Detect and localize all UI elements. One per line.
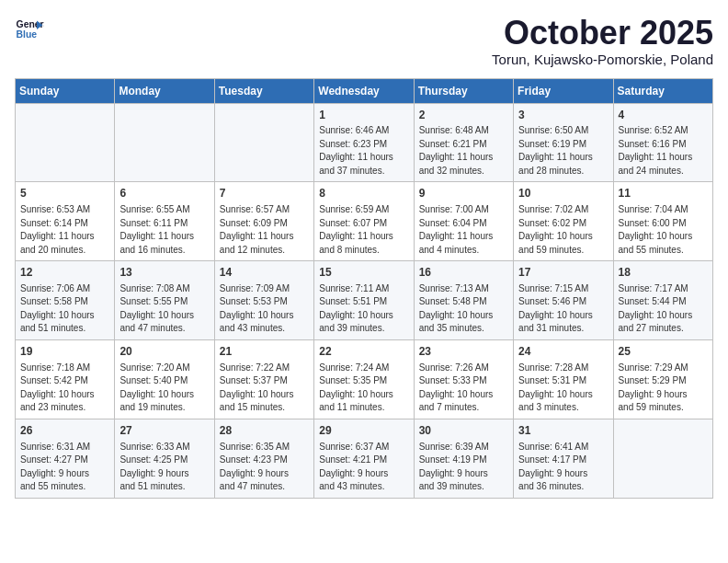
day-info: Sunrise: 7:09 AM Sunset: 5:53 PM Dayligh… [220,282,309,336]
day-number: 4 [619,108,708,123]
day-number: 9 [419,186,508,201]
day-number: 14 [220,265,309,281]
calendar-cell: 8Sunrise: 6:59 AM Sunset: 6:07 PM Daylig… [314,182,414,261]
day-number: 27 [119,423,209,439]
day-number: 21 [220,344,309,360]
day-number: 22 [319,344,408,360]
calendar-cell: 12Sunrise: 7:06 AM Sunset: 5:58 PM Dayli… [16,261,115,340]
calendar-cell: 13Sunrise: 7:08 AM Sunset: 5:55 PM Dayli… [115,261,214,340]
day-info: Sunrise: 6:31 AM Sunset: 4:27 PM Dayligh… [20,441,109,494]
day-info: Sunrise: 7:28 AM Sunset: 5:31 PM Dayligh… [518,362,608,415]
day-info: Sunrise: 6:39 AM Sunset: 4:19 PM Dayligh… [419,441,508,494]
day-number: 20 [119,344,209,360]
day-info: Sunrise: 7:02 AM Sunset: 6:02 PM Dayligh… [518,203,608,257]
day-number: 11 [619,186,708,201]
day-number: 24 [518,344,608,360]
calendar-cell [214,103,313,182]
day-info: Sunrise: 7:15 AM Sunset: 5:46 PM Dayligh… [518,282,608,336]
calendar-cell: 18Sunrise: 7:17 AM Sunset: 5:44 PM Dayli… [613,261,712,340]
calendar-cell: 25Sunrise: 7:29 AM Sunset: 5:29 PM Dayli… [613,339,712,419]
week-row-3: 12Sunrise: 7:06 AM Sunset: 5:58 PM Dayli… [16,261,713,340]
day-info: Sunrise: 7:00 AM Sunset: 6:04 PM Dayligh… [419,203,508,257]
day-info: Sunrise: 6:53 AM Sunset: 6:14 PM Dayligh… [20,203,109,257]
day-number: 19 [20,344,109,360]
day-info: Sunrise: 7:18 AM Sunset: 5:42 PM Dayligh… [20,362,109,415]
calendar-cell: 26Sunrise: 6:31 AM Sunset: 4:27 PM Dayli… [16,419,115,498]
calendar-table: SundayMondayTuesdayWednesdayThursdayFrid… [15,78,713,499]
day-number: 3 [518,108,608,123]
calendar-cell: 3Sunrise: 6:50 AM Sunset: 6:19 PM Daylig… [514,103,613,182]
day-number: 5 [20,186,109,201]
logo: General Blue [15,15,44,44]
calendar-cell: 30Sunrise: 6:39 AM Sunset: 4:19 PM Dayli… [414,419,513,498]
day-info: Sunrise: 7:22 AM Sunset: 5:37 PM Dayligh… [220,362,309,415]
day-info: Sunrise: 7:24 AM Sunset: 5:35 PM Dayligh… [319,362,408,415]
day-number: 16 [419,265,508,281]
day-info: Sunrise: 7:13 AM Sunset: 5:48 PM Dayligh… [419,282,508,336]
calendar-cell: 9Sunrise: 7:00 AM Sunset: 6:04 PM Daylig… [414,182,513,261]
calendar-cell: 21Sunrise: 7:22 AM Sunset: 5:37 PM Dayli… [214,339,313,419]
calendar-cell: 19Sunrise: 7:18 AM Sunset: 5:42 PM Dayli… [16,339,115,419]
calendar-cell: 1Sunrise: 6:46 AM Sunset: 6:23 PM Daylig… [314,103,414,182]
calendar-cell: 11Sunrise: 7:04 AM Sunset: 6:00 PM Dayli… [613,182,712,261]
calendar-cell: 17Sunrise: 7:15 AM Sunset: 5:46 PM Dayli… [514,261,613,340]
day-info: Sunrise: 6:52 AM Sunset: 6:16 PM Dayligh… [619,124,708,178]
day-info: Sunrise: 7:20 AM Sunset: 5:40 PM Dayligh… [119,362,209,415]
day-number: 23 [419,344,508,360]
day-number: 28 [220,423,309,439]
day-info: Sunrise: 7:06 AM Sunset: 5:58 PM Dayligh… [20,282,109,336]
day-info: Sunrise: 6:35 AM Sunset: 4:23 PM Dayligh… [220,441,309,494]
day-number: 29 [319,423,408,439]
day-number: 7 [220,186,309,201]
calendar-cell [613,419,712,498]
day-number: 13 [119,265,209,281]
day-number: 1 [319,108,408,123]
calendar-cell: 24Sunrise: 7:28 AM Sunset: 5:31 PM Dayli… [514,339,613,419]
day-info: Sunrise: 7:11 AM Sunset: 5:51 PM Dayligh… [319,282,408,336]
calendar-cell: 15Sunrise: 7:11 AM Sunset: 5:51 PM Dayli… [314,261,414,340]
calendar-cell: 20Sunrise: 7:20 AM Sunset: 5:40 PM Dayli… [115,339,214,419]
day-info: Sunrise: 6:48 AM Sunset: 6:21 PM Dayligh… [419,124,508,178]
location-title: Torun, Kujawsko-Pomorskie, Poland [492,52,713,67]
calendar-cell: 27Sunrise: 6:33 AM Sunset: 4:25 PM Dayli… [115,419,214,498]
day-info: Sunrise: 6:59 AM Sunset: 6:07 PM Dayligh… [319,203,408,257]
calendar-cell: 31Sunrise: 6:41 AM Sunset: 4:17 PM Dayli… [514,419,613,498]
day-number: 8 [319,186,408,201]
calendar-cell: 28Sunrise: 6:35 AM Sunset: 4:23 PM Dayli… [214,419,313,498]
day-info: Sunrise: 7:26 AM Sunset: 5:33 PM Dayligh… [419,362,508,415]
day-info: Sunrise: 6:41 AM Sunset: 4:17 PM Dayligh… [518,441,608,494]
calendar-cell: 23Sunrise: 7:26 AM Sunset: 5:33 PM Dayli… [414,339,513,419]
calendar-cell: 16Sunrise: 7:13 AM Sunset: 5:48 PM Dayli… [414,261,513,340]
header-wednesday: Wednesday [314,78,414,103]
day-number: 6 [119,186,209,201]
header-monday: Monday [115,78,214,103]
day-number: 2 [419,108,508,123]
day-number: 17 [518,265,608,281]
day-info: Sunrise: 7:17 AM Sunset: 5:44 PM Dayligh… [619,282,708,336]
title-area: October 2025 Torun, Kujawsko-Pomorskie, … [492,15,713,67]
calendar-cell: 5Sunrise: 6:53 AM Sunset: 6:14 PM Daylig… [16,182,115,261]
calendar-cell [16,103,115,182]
calendar-cell: 29Sunrise: 6:37 AM Sunset: 4:21 PM Dayli… [314,419,414,498]
day-info: Sunrise: 6:57 AM Sunset: 6:09 PM Dayligh… [220,203,309,257]
day-number: 10 [518,186,608,201]
page-header: General Blue October 2025 Torun, Kujawsk… [15,15,713,67]
month-title: October 2025 [492,15,713,52]
logo-icon: General Blue [15,15,44,44]
calendar-cell: 14Sunrise: 7:09 AM Sunset: 5:53 PM Dayli… [214,261,313,340]
day-info: Sunrise: 6:33 AM Sunset: 4:25 PM Dayligh… [119,441,209,494]
day-info: Sunrise: 7:04 AM Sunset: 6:00 PM Dayligh… [619,203,708,257]
day-number: 18 [619,265,708,281]
day-info: Sunrise: 7:08 AM Sunset: 5:55 PM Dayligh… [119,282,209,336]
week-row-4: 19Sunrise: 7:18 AM Sunset: 5:42 PM Dayli… [16,339,713,419]
day-number: 15 [319,265,408,281]
header-tuesday: Tuesday [214,78,313,103]
day-info: Sunrise: 6:37 AM Sunset: 4:21 PM Dayligh… [319,441,408,494]
day-info: Sunrise: 6:55 AM Sunset: 6:11 PM Dayligh… [119,203,209,257]
week-row-1: 1Sunrise: 6:46 AM Sunset: 6:23 PM Daylig… [16,103,713,182]
week-row-5: 26Sunrise: 6:31 AM Sunset: 4:27 PM Dayli… [16,419,713,498]
day-info: Sunrise: 7:29 AM Sunset: 5:29 PM Dayligh… [619,362,708,415]
calendar-cell [115,103,214,182]
week-row-2: 5Sunrise: 6:53 AM Sunset: 6:14 PM Daylig… [16,182,713,261]
svg-text:Blue: Blue [17,29,38,40]
